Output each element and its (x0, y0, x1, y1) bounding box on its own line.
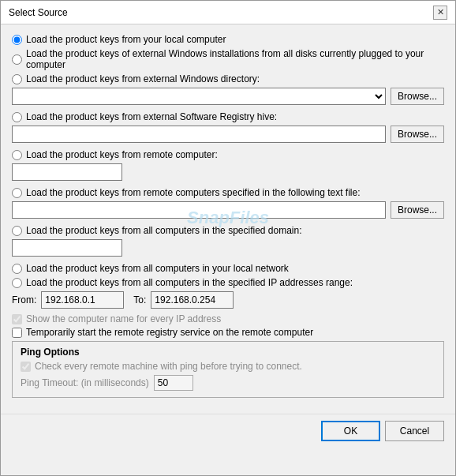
ping-timeout-label: Ping Timeout: (in milliseconds) (21, 377, 149, 388)
ping-timeout-row: Ping Timeout: (in milliseconds) 50 (21, 375, 435, 391)
label-local-network[interactable]: Load the product keys from all computers… (26, 263, 289, 274)
radio-external-directory[interactable] (12, 74, 22, 84)
label-local-computer[interactable]: Load the product keys from your local co… (26, 34, 226, 45)
text-file-input[interactable] (12, 201, 386, 219)
ping-timeout-input[interactable]: 50 (154, 375, 193, 391)
radio-ip-range[interactable] (12, 278, 22, 288)
ping-section-title: Ping Options (21, 347, 435, 358)
label-external-windows[interactable]: Load the product keys of external Window… (26, 48, 444, 70)
option-row-8: Load the product keys from all computers… (12, 263, 444, 274)
option-row-7: Load the product keys from all computers… (12, 225, 444, 236)
registry-input-row: Browse... (12, 126, 444, 143)
to-ip-input[interactable] (151, 291, 234, 309)
directory-select[interactable] (12, 88, 386, 105)
dialog-content: Load the product keys from your local co… (1, 24, 455, 410)
option-row-3: Load the product keys from external Wind… (12, 73, 444, 84)
domain-input[interactable] (12, 239, 122, 257)
remote-computer-input-row (12, 163, 444, 181)
directory-input-row: Browse... (12, 88, 444, 105)
dialog-title: Select Source (9, 7, 68, 18)
from-label: From: (12, 294, 36, 305)
cancel-button[interactable]: Cancel (385, 421, 444, 441)
ping-section: Ping Options Check every remote machine … (12, 341, 444, 398)
temp-start-row: Temporarily start the remote registry se… (12, 327, 444, 338)
option-row-4: Load the product keys from external Soft… (12, 111, 444, 122)
domain-input-row (12, 239, 444, 257)
ping-check-label[interactable]: Check every remote machine with ping bef… (35, 361, 302, 372)
radio-external-windows[interactable] (12, 54, 22, 65)
radio-text-file[interactable] (12, 188, 22, 198)
browse-text-file-button[interactable]: Browse... (391, 201, 444, 219)
browse-registry-button[interactable]: Browse... (391, 126, 444, 143)
close-button[interactable]: ✕ (433, 6, 447, 20)
ping-check-checkbox[interactable] (21, 362, 31, 372)
label-text-file[interactable]: Load the product keys from remote comput… (26, 187, 361, 198)
title-bar: Select Source ✕ (1, 1, 455, 24)
ok-button[interactable]: OK (321, 421, 380, 441)
option-row-5: Load the product keys from remote comput… (12, 149, 444, 160)
show-computer-name-label[interactable]: Show the computer name for every IP addr… (26, 313, 221, 324)
option-row-2: Load the product keys of external Window… (12, 48, 444, 70)
remote-computer-input[interactable] (12, 163, 122, 181)
radio-local-computer[interactable] (12, 35, 22, 45)
dialog-footer: OK Cancel (1, 414, 455, 449)
text-file-input-row: Browse... (12, 201, 444, 219)
registry-input[interactable] (12, 126, 386, 143)
radio-domain[interactable] (12, 226, 22, 236)
radio-registry-hive[interactable] (12, 112, 22, 122)
show-computer-name-row: Show the computer name for every IP addr… (12, 313, 444, 324)
temp-start-checkbox[interactable] (12, 328, 22, 338)
radio-remote-computer[interactable] (12, 150, 22, 160)
temp-start-label[interactable]: Temporarily start the remote registry se… (26, 327, 313, 338)
from-ip-input[interactable] (41, 291, 124, 309)
select-source-dialog: Select Source ✕ Load the product keys fr… (0, 0, 456, 476)
option-row-9: Load the product keys from all computers… (12, 277, 444, 288)
label-external-directory[interactable]: Load the product keys from external Wind… (26, 73, 260, 84)
option-row-6: Load the product keys from remote comput… (12, 187, 444, 198)
radio-local-network[interactable] (12, 264, 22, 274)
to-label: To: (133, 294, 146, 305)
label-ip-range[interactable]: Load the product keys from all computers… (26, 277, 353, 288)
label-domain[interactable]: Load the product keys from all computers… (26, 225, 302, 236)
ip-range-row: From: To: (12, 291, 444, 309)
label-registry-hive[interactable]: Load the product keys from external Soft… (26, 111, 277, 122)
label-remote-computer[interactable]: Load the product keys from remote comput… (26, 149, 218, 160)
ping-check-row: Check every remote machine with ping bef… (21, 361, 435, 372)
show-computer-name-checkbox[interactable] (12, 314, 22, 324)
browse-directory-button[interactable]: Browse... (391, 88, 444, 105)
option-row-1: Load the product keys from your local co… (12, 34, 444, 45)
